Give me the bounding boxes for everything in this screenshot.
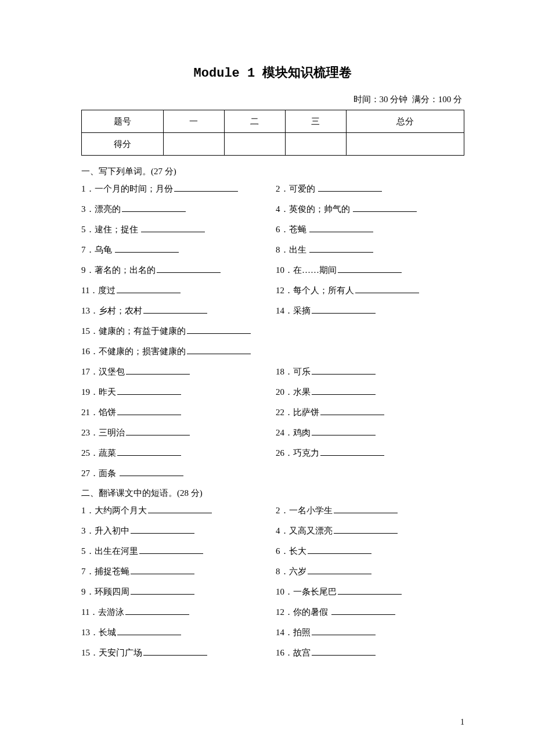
answer-blank[interactable] xyxy=(187,345,251,354)
question-right: 12．每个人；所有人 xyxy=(276,285,464,297)
answer-blank[interactable] xyxy=(148,505,212,513)
answer-blank[interactable] xyxy=(131,586,194,595)
answer-blank[interactable] xyxy=(117,285,181,293)
question-text: 天安门广场 xyxy=(99,648,142,657)
table-cell[interactable] xyxy=(224,133,285,156)
answer-blank[interactable] xyxy=(338,586,402,595)
question-row: 9．环顾四周10．一条长尾巴 xyxy=(81,586,464,598)
answer-blank[interactable] xyxy=(126,366,190,375)
question-row: 15．天安门广场16．故宫 xyxy=(81,647,464,659)
table-cell: 总分 xyxy=(346,110,464,133)
answer-blank[interactable] xyxy=(309,244,373,253)
question-text: 馅饼 xyxy=(99,408,116,417)
answer-blank[interactable] xyxy=(139,545,203,554)
answer-blank[interactable] xyxy=(117,627,181,635)
answer-blank[interactable] xyxy=(320,447,384,456)
question-number: 10． xyxy=(276,586,293,598)
answer-blank[interactable] xyxy=(174,183,238,192)
answer-blank[interactable] xyxy=(312,305,376,314)
answer-blank[interactable] xyxy=(355,285,419,293)
question-text: 升入初中 xyxy=(95,526,129,535)
answer-blank[interactable] xyxy=(312,627,376,635)
answer-blank[interactable] xyxy=(141,224,205,232)
table-cell[interactable] xyxy=(346,133,464,156)
question-number: 13． xyxy=(81,305,99,317)
answer-blank[interactable] xyxy=(157,264,221,273)
question-text: 去游泳 xyxy=(98,607,124,617)
question-number: 11． xyxy=(81,285,98,297)
question-text: 可爱的 xyxy=(289,184,317,193)
question-text: 长大 xyxy=(289,546,306,556)
answer-blank[interactable] xyxy=(338,264,402,273)
answer-blank[interactable] xyxy=(353,203,417,212)
question-number: 2． xyxy=(276,183,289,195)
answer-blank[interactable] xyxy=(143,305,207,314)
answer-blank[interactable] xyxy=(308,545,371,554)
question-text: 环顾四周 xyxy=(95,587,129,596)
answer-blank[interactable] xyxy=(120,467,183,476)
question-text: 健康的；有益于健康的 xyxy=(99,326,186,336)
question-left: 9．著名的；出名的 xyxy=(81,264,276,276)
answer-blank[interactable] xyxy=(126,427,190,435)
answer-blank[interactable] xyxy=(143,647,207,656)
table-cell[interactable] xyxy=(164,133,225,156)
question-row: 1．大约两个月大2．一名小学生 xyxy=(81,505,464,517)
answer-blank[interactable] xyxy=(308,566,371,574)
answer-blank[interactable] xyxy=(131,566,194,574)
question-row: 19．昨天20．水果 xyxy=(81,386,464,398)
question-left: 13．乡村；农村 xyxy=(81,305,276,317)
question-text: 乌龟 xyxy=(95,245,114,254)
question-left: 25．蔬菜 xyxy=(81,447,276,459)
question-text: 水果 xyxy=(293,387,311,397)
question-right: 10．一条长尾巴 xyxy=(276,586,464,598)
question-row: 21．馅饼22．比萨饼 xyxy=(81,406,464,419)
answer-blank[interactable] xyxy=(117,386,181,395)
question-number: 12． xyxy=(276,606,293,618)
answer-blank[interactable] xyxy=(320,406,384,415)
table-row: 题号 一 二 三 总分 xyxy=(82,110,464,133)
question-number: 23． xyxy=(81,427,99,439)
answer-blank[interactable] xyxy=(131,525,194,534)
question-right: 2．可爱的 xyxy=(276,183,464,195)
question-number: 14． xyxy=(276,627,293,639)
answer-blank[interactable] xyxy=(312,366,376,375)
table-cell[interactable] xyxy=(285,133,346,156)
answer-blank[interactable] xyxy=(312,647,376,656)
question-number: 17． xyxy=(81,366,99,378)
question-number: 9． xyxy=(81,264,95,276)
answer-blank[interactable] xyxy=(331,606,395,615)
question-number: 8． xyxy=(276,244,289,256)
answer-blank[interactable] xyxy=(122,203,186,212)
answer-blank[interactable] xyxy=(334,505,398,513)
answer-blank[interactable] xyxy=(312,386,376,395)
question-row: 13．乡村；农村14．采摘 xyxy=(81,305,464,317)
table-cell: 三 xyxy=(285,110,346,133)
answer-blank[interactable] xyxy=(115,244,179,253)
answer-blank[interactable] xyxy=(117,406,181,415)
question-right: 4．又高又漂亮 xyxy=(276,525,464,537)
answer-blank[interactable] xyxy=(318,183,382,192)
answer-blank[interactable] xyxy=(334,525,398,534)
question-number: 13． xyxy=(81,627,99,639)
question-number: 26． xyxy=(276,447,293,459)
question-row: 5．逮住；捉住 6．苍蝇 xyxy=(81,224,464,236)
question-number: 24． xyxy=(276,427,293,439)
answer-blank[interactable] xyxy=(187,325,251,334)
question-left: 7．乌龟 xyxy=(81,244,276,256)
section1-heading: 一、写下列单词。(27 分) xyxy=(81,166,464,177)
question-text: 长城 xyxy=(99,628,116,637)
question-right: 6．苍蝇 xyxy=(276,224,464,236)
question-right: 24．鸡肉 xyxy=(276,427,464,439)
question-number: 5． xyxy=(81,224,95,236)
question-left: 15．天安门广场 xyxy=(81,647,276,659)
answer-blank[interactable] xyxy=(117,447,181,456)
answer-blank[interactable] xyxy=(312,427,376,435)
question-row: 23．三明治24．鸡肉 xyxy=(81,427,464,439)
question-number: 18． xyxy=(276,366,293,378)
question-text: 不健康的；损害健康的 xyxy=(99,347,186,356)
answer-blank[interactable] xyxy=(309,224,373,232)
question-left: 11．去游泳 xyxy=(81,606,276,618)
answer-blank[interactable] xyxy=(125,606,189,615)
table-cell: 题号 xyxy=(82,110,164,133)
question-left: 15．健康的；有益于健康的 xyxy=(81,325,276,337)
